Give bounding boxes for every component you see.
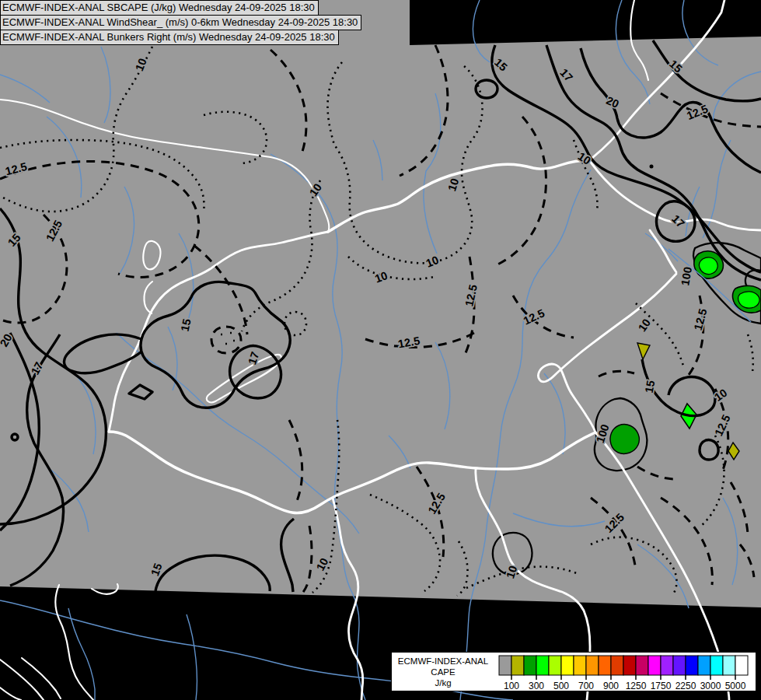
windshear-contours-solid-shape: [650, 165, 654, 169]
legend-color-swatch: [549, 656, 561, 675]
cape-legend: ECMWF-INDEX-ANAL CAPE J/kg 1003005007009…: [392, 653, 756, 692]
legend-color-swatch: [586, 656, 599, 675]
legend-color-swatch: [735, 656, 748, 675]
map-canvas: 1012.512.51520171517151010101012.512.512…: [0, 0, 761, 700]
legend-tick-value: 100: [504, 681, 519, 691]
legend-model-label: ECMWF-INDEX-ANAL: [398, 656, 489, 666]
legend-color-swatch: [673, 656, 686, 675]
legend-color-swatch: [611, 656, 623, 675]
title-sbcape: ECMWF-INDEX-ANAL SBCAPE (J/kg) Wednesday…: [0, 0, 319, 16]
legend-tick-value: 2250: [675, 681, 696, 691]
legend-color-swatch: [698, 656, 710, 675]
title-windshear: ECMWF-INDEX-ANAL WindShear_ (m/s) 0-6km …: [0, 15, 361, 30]
weather-map-page: 1012.512.51520171517151010101012.512.512…: [0, 0, 761, 700]
legend-color-swatch: [648, 656, 661, 675]
cape-patch-bright-ne1: [699, 257, 717, 275]
contour-value-label: 15: [643, 380, 658, 394]
legend-color-swatch: [636, 656, 648, 675]
legend-units-label: J/kg: [435, 678, 451, 688]
legend-color-swatch: [661, 656, 673, 675]
legend-field-label: CAPE: [431, 667, 456, 677]
legend-tick-value: 1250: [626, 681, 647, 691]
legend-color-swatch: [599, 656, 611, 675]
legend-tick-value: 900: [603, 681, 619, 691]
legend-color-swatch: [710, 656, 723, 675]
legend-color-swatch: [536, 656, 549, 675]
legend-tick-value: 500: [553, 681, 569, 691]
legend-tick-value: 300: [529, 681, 544, 691]
map-titles: ECMWF-INDEX-ANAL SBCAPE (J/kg) Wednesday…: [0, 0, 361, 45]
legend-color-swatch: [561, 656, 574, 675]
cape-patch-bright-ne2: [738, 292, 759, 308]
legend-color-swatch: [524, 656, 536, 675]
legend-color-bar: [499, 656, 748, 675]
legend-tick-value: 1750: [651, 681, 672, 691]
legend-color-swatch: [499, 656, 511, 675]
legend-tick-value: 5000: [725, 681, 746, 691]
legend-color-swatch: [686, 656, 698, 675]
legend-color-swatch: [574, 656, 586, 675]
cape-patch-green-e: [610, 425, 639, 454]
contour-value-label: 15: [179, 317, 194, 332]
legend-tick-value: 700: [578, 681, 594, 691]
legend-color-swatch: [723, 656, 735, 675]
legend-color-swatch: [623, 656, 636, 675]
legend-color-swatch: [511, 656, 524, 675]
legend-tick-value: 3000: [700, 681, 721, 691]
title-bunkers: ECMWF-INDEX-ANAL Bunkers Right (m/s) Wed…: [0, 30, 339, 45]
